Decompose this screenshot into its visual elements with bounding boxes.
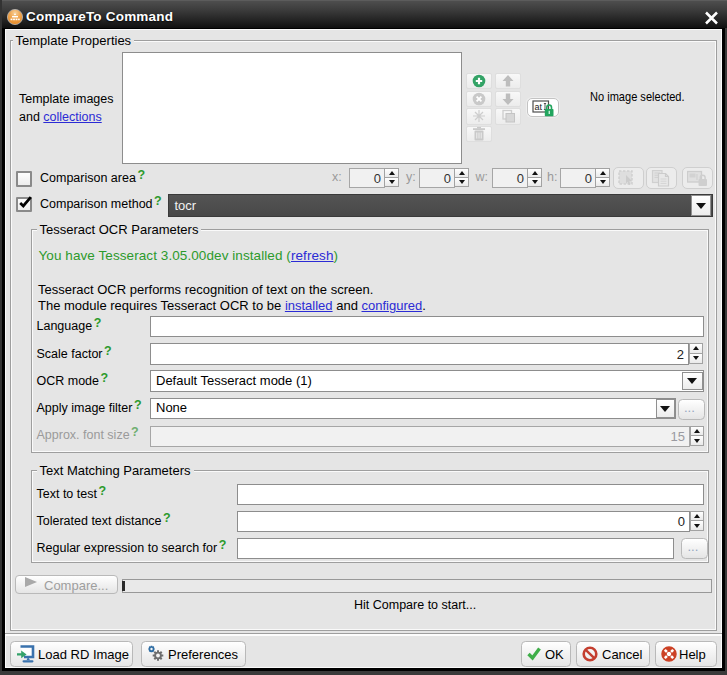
svg-text:at: at (535, 102, 543, 112)
